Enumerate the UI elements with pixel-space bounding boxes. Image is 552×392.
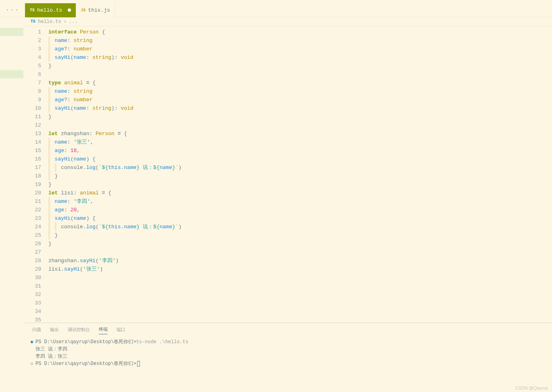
diff-gutter-highlight	[0, 28, 23, 36]
line-number[interactable]: 12	[25, 121, 48, 129]
line-number[interactable]: 18	[25, 172, 48, 180]
code-line[interactable]: interface Person {	[48, 28, 552, 36]
code-line[interactable]	[48, 248, 552, 256]
line-number[interactable]: 7	[25, 79, 48, 87]
panel-tab-端口[interactable]: 端口	[117, 325, 125, 334]
code-line[interactable]	[48, 290, 552, 299]
code-line[interactable]: let zhangshan: Person = {	[48, 129, 552, 138]
line-number[interactable]: 31	[25, 282, 48, 290]
code-line[interactable]	[48, 70, 552, 79]
code-line[interactable]: let lisi: animal = {	[48, 189, 552, 197]
line-number[interactable]: 16	[25, 155, 48, 163]
line-number[interactable]: 15	[25, 146, 48, 155]
panel-tab-调试控制台[interactable]: 调试控制台	[68, 325, 90, 334]
line-number[interactable]: 32	[25, 290, 48, 299]
line-number[interactable]: 30	[25, 273, 48, 282]
breadcrumb-more: ...	[69, 19, 78, 25]
editor-body[interactable]: 1234567891011121314151617181920212223242…	[25, 26, 552, 323]
line-number[interactable]: 6	[25, 70, 48, 79]
code-line[interactable]	[48, 316, 552, 323]
code-line[interactable]	[48, 307, 552, 316]
prompt-indicator-icon	[31, 363, 33, 365]
terminal-content[interactable]: PS D:\Users\qayrup\Desktop\卷死你们> ts-node…	[25, 336, 552, 392]
code-line[interactable]: name: string	[48, 36, 552, 45]
line-number[interactable]: 23	[25, 214, 48, 223]
terminal-line: 张三 说：李四	[31, 346, 546, 353]
js-file-icon: JS	[81, 8, 85, 13]
line-number[interactable]: 19	[25, 180, 48, 189]
line-number[interactable]: 24	[25, 223, 48, 231]
terminal-panel: 问题输出调试控制台终端端口 PS D:\Users\qayrup\Desktop…	[25, 323, 552, 392]
line-number[interactable]: 25	[25, 231, 48, 240]
line-number[interactable]: 8	[25, 87, 48, 96]
line-number[interactable]: 1	[25, 28, 48, 36]
breadcrumbs[interactable]: TS hello.ts › ...	[25, 17, 552, 26]
terminal-output: 张三 说：李四	[35, 346, 67, 353]
code-line[interactable]	[48, 282, 552, 290]
line-number[interactable]: 20	[25, 189, 48, 197]
code-line[interactable]: sayHi(name: string): void	[48, 104, 552, 113]
tab-bar: ··· TShello.tsJSthis.js	[0, 3, 552, 17]
line-number[interactable]: 35	[25, 316, 48, 323]
dirty-indicator-icon	[68, 8, 71, 12]
line-number[interactable]: 10	[25, 104, 48, 113]
code-line[interactable]	[48, 273, 552, 282]
code-line[interactable]: }	[48, 172, 552, 180]
breadcrumb-file: hello.ts	[38, 19, 61, 25]
line-number[interactable]: 2	[25, 36, 48, 45]
code-line[interactable]: }	[48, 231, 552, 240]
code-line[interactable]: age?: number	[48, 45, 552, 53]
prompt-indicator-icon	[31, 341, 33, 343]
code-area[interactable]: interface Person { name: string age?: nu…	[48, 26, 552, 323]
line-number[interactable]: 17	[25, 163, 48, 172]
code-line[interactable]: zhangshan.sayHi('李四')	[48, 256, 552, 265]
code-line[interactable]: sayHi(name: string): void	[48, 53, 552, 62]
code-line[interactable]: sayHi(name) {	[48, 214, 552, 223]
code-line[interactable]: type animal = {	[48, 79, 552, 87]
code-line[interactable]: age: 18,	[48, 146, 552, 155]
code-line[interactable]: sayHi(name) {	[48, 155, 552, 163]
activity-bar	[0, 17, 25, 392]
line-number[interactable]: 22	[25, 206, 48, 214]
line-number[interactable]: 13	[25, 129, 48, 138]
code-line[interactable]: }	[48, 180, 552, 189]
code-line[interactable]: age: 20,	[48, 206, 552, 214]
line-number-gutter[interactable]: 1234567891011121314151617181920212223242…	[25, 26, 48, 323]
line-number[interactable]: 29	[25, 265, 48, 273]
panel-tab-终端[interactable]: 终端	[99, 325, 108, 334]
line-number[interactable]: 21	[25, 197, 48, 206]
terminal-line: 李四 说：张三	[31, 353, 546, 360]
panel-tab-bar: 问题输出调试控制台终端端口	[25, 323, 552, 336]
panel-tab-问题[interactable]: 问题	[32, 325, 41, 334]
code-line[interactable]: }	[48, 113, 552, 121]
line-number[interactable]: 14	[25, 138, 48, 146]
code-line[interactable]: }	[48, 240, 552, 248]
line-number[interactable]: 4	[25, 53, 48, 62]
code-line[interactable]: name: string	[48, 87, 552, 96]
code-line[interactable]: age?: number	[48, 96, 552, 104]
more-menu-icon[interactable]: ···	[0, 6, 25, 14]
code-line[interactable]: }	[48, 62, 552, 70]
code-line[interactable]	[48, 121, 552, 129]
line-number[interactable]: 28	[25, 256, 48, 265]
line-number[interactable]: 5	[25, 62, 48, 70]
line-number[interactable]: 3	[25, 45, 48, 53]
panel-tab-输出[interactable]: 输出	[50, 325, 59, 334]
tab-hello-ts[interactable]: TShello.ts	[25, 3, 76, 17]
line-number[interactable]: 26	[25, 240, 48, 248]
line-number[interactable]: 33	[25, 299, 48, 307]
line-number[interactable]: 27	[25, 248, 48, 256]
code-line[interactable]: lisi.sayHi('张三')	[48, 265, 552, 273]
tab-label: hello.ts	[37, 7, 62, 13]
code-line[interactable]: console.log(`${this.name} 说：${name}`)	[48, 163, 552, 172]
code-line[interactable]	[48, 299, 552, 307]
code-line[interactable]: name: '李四',	[48, 197, 552, 206]
tab-this-js[interactable]: JSthis.js	[76, 3, 115, 17]
editor-pane: TS hello.ts › ... 1234567891011121314151…	[25, 17, 552, 392]
code-line[interactable]: name: '张三',	[48, 138, 552, 146]
terminal-cursor	[137, 361, 140, 367]
line-number[interactable]: 34	[25, 307, 48, 316]
code-line[interactable]: console.log(`${this.name} 说：${name}`)	[48, 223, 552, 231]
line-number[interactable]: 11	[25, 113, 48, 121]
line-number[interactable]: 9	[25, 96, 48, 104]
